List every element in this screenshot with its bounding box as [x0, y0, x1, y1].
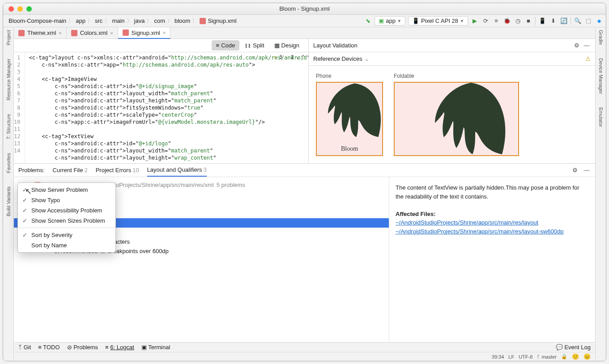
- tab-logcat[interactable]: ≡ 6: Logcat: [105, 344, 134, 351]
- search-icon[interactable]: 🔍: [574, 17, 582, 25]
- tab-theme[interactable]: Theme.xml×: [14, 27, 67, 38]
- menu-show-screen-sizes[interactable]: Show Screen Sizes Problem: [18, 216, 115, 226]
- rail-device-manager[interactable]: Device Manager: [598, 58, 604, 94]
- lock-icon[interactable]: 🔒: [561, 354, 567, 360]
- tab-colors[interactable]: Colors.xml×: [67, 27, 118, 38]
- problems-header: Problems:: [18, 167, 45, 174]
- device-label-phone: Phone: [316, 73, 383, 79]
- view-split[interactable]: ⫿⫿ Split: [240, 40, 268, 51]
- layout-validation-panel: Layout Validation ⚙ — Reference Devices …: [309, 39, 595, 163]
- account-icon[interactable]: ●: [595, 17, 603, 25]
- gear-icon[interactable]: ⚙: [571, 166, 579, 174]
- tab-terminal[interactable]: ▣ Terminal: [141, 344, 170, 351]
- file-tabs: Theme.xml× Colors.xml× Signup.xml×: [14, 27, 595, 39]
- rail-build-variants[interactable]: Build Variants: [6, 186, 11, 216]
- breadcrumb[interactable]: Bloom-Compose-main〉 app〉 src〉 main〉 java…: [6, 17, 237, 25]
- xml-file-icon: [123, 30, 129, 36]
- device-preview-phone[interactable]: Bloom: [316, 82, 383, 156]
- right-tool-rail: Gradle Device Manager Emulator: [595, 27, 606, 361]
- affected-file-link[interactable]: ~/AndroidStudioProjects/Shrine/app/src/m…: [396, 218, 589, 227]
- line-separator[interactable]: LF: [508, 354, 514, 360]
- inspection-summary[interactable]: ⚠3 ⚠1 ⌄ ⌃: [273, 54, 305, 60]
- tab-current-file[interactable]: Current File2: [53, 164, 88, 176]
- chevron-up-icon[interactable]: ⌃: [302, 54, 305, 60]
- menu-sort-name[interactable]: Sort by Name: [18, 240, 115, 250]
- status-bar: 39:34 LF UTF-8 ᚶ master 🔒 🙂 😐: [14, 352, 595, 361]
- line-gutter: 1234567891011121314: [14, 52, 25, 163]
- cursor-position[interactable]: 39:34: [492, 354, 504, 360]
- menu-show-server-problem[interactable]: Show Server Problem: [18, 185, 115, 195]
- stop-icon[interactable]: ■: [524, 17, 532, 25]
- view-design[interactable]: ▦ Design: [270, 40, 304, 51]
- panel-title: Layout Validation: [313, 42, 358, 49]
- minimize-icon[interactable]: —: [583, 166, 591, 174]
- bottom-tool-bar: ᛉ Git ≡ TODO ⊘ Problems ≡ 6: Logcat ▣ Te…: [14, 342, 595, 352]
- rail-resource-manager[interactable]: Resource Manager: [6, 59, 11, 101]
- window-title: Bloom - Signup.xml: [3, 5, 606, 12]
- weak-warning-icon: ⚠: [285, 54, 288, 60]
- tab-git[interactable]: ᛉ Git: [18, 344, 31, 351]
- minimize-icon[interactable]: —: [583, 42, 591, 50]
- debug-icon[interactable]: 🐞: [503, 17, 511, 25]
- gear-icon[interactable]: ⚙: [573, 42, 581, 50]
- inspector-smiley-icon[interactable]: 🙂: [572, 353, 579, 360]
- problems-list[interactable]: 👁 ⌄ Signup.xml ~/AndroidStudioProjects/S…: [14, 177, 389, 342]
- rail-structure[interactable]: 7: Structure: [6, 114, 11, 140]
- rail-project[interactable]: Project: [6, 30, 11, 45]
- rail-favorites[interactable]: Favorites: [6, 153, 11, 173]
- settings-icon[interactable]: ⬚: [584, 17, 592, 25]
- restart-activity-icon[interactable]: ≡: [492, 17, 500, 25]
- device-preview-foldable[interactable]: [394, 82, 519, 156]
- menu-show-typo[interactable]: Show Typo: [18, 195, 115, 205]
- git-branch[interactable]: ᚶ master: [537, 354, 557, 360]
- menu-sort-severity[interactable]: Sort by Severity: [18, 230, 115, 240]
- tab-todo[interactable]: ≡ TODO: [38, 344, 60, 351]
- titlebar: Bloom - Signup.xml: [3, 3, 606, 15]
- run-config-selector[interactable]: ▣ app ▼: [375, 16, 405, 25]
- menu-separator: [18, 228, 115, 228]
- rail-gradle[interactable]: Gradle: [598, 30, 604, 45]
- profiler-icon[interactable]: ◷: [514, 17, 522, 25]
- problem-detail: The content of TextView is partially hid…: [389, 177, 595, 342]
- chevron-down-icon[interactable]: ⌄: [364, 55, 369, 62]
- warning-icon: ⚠: [273, 54, 277, 60]
- warning-icon[interactable]: ⚠: [585, 55, 591, 62]
- menu-show-accessibility[interactable]: Show Accessibility Problem: [18, 205, 115, 216]
- preview-app-name: Bloom: [317, 145, 382, 152]
- device-label-foldable: Foldable: [394, 73, 519, 79]
- filter-context-menu: ↖ Show Server Problem Show Typo Show Acc…: [17, 182, 116, 253]
- tab-event-log[interactable]: 💬 Event Log: [556, 344, 591, 351]
- xml-file-icon: [200, 18, 206, 24]
- left-tool-rail: Project Resource Manager 7: Structure Fa…: [3, 27, 14, 361]
- tab-signup[interactable]: Signup.xml×: [118, 27, 171, 39]
- devices-dropdown[interactable]: Reference Devices: [313, 55, 362, 62]
- avd-icon[interactable]: 📱: [538, 17, 546, 25]
- sync-icon[interactable]: 🔄: [560, 17, 568, 25]
- problems-panel: Problems: Current File2 Project Errors10…: [14, 163, 595, 342]
- inspector-frown-icon[interactable]: 😐: [583, 353, 591, 360]
- view-mode-switch: ≡ Code ⫿⫿ Split ▦ Design: [14, 39, 308, 52]
- close-icon[interactable]: ×: [59, 30, 61, 36]
- tab-problems[interactable]: ⊘ Problems: [67, 344, 98, 351]
- close-icon[interactable]: ×: [163, 30, 166, 35]
- main-toolbar: Bloom-Compose-main〉 app〉 src〉 main〉 java…: [3, 15, 606, 27]
- close-icon[interactable]: ×: [110, 30, 113, 36]
- code-editor[interactable]: 1234567891011121314 <c-tag">layout c-ns"…: [14, 52, 308, 163]
- xml-file-icon: [71, 30, 77, 36]
- tab-project-errors[interactable]: Project Errors10: [96, 164, 139, 176]
- tab-layout-qualifiers[interactable]: Layout and Qualifiers3: [147, 164, 207, 177]
- mouse-cursor-icon: ↖: [25, 186, 32, 196]
- device-selector[interactable]: 📱 Pixel C API 28 ▼: [408, 16, 468, 25]
- file-encoding[interactable]: UTF-8: [519, 354, 532, 360]
- affected-file-link[interactable]: ~/AndroidStudioProjects/Shrine/app/src/m…: [396, 227, 589, 236]
- apply-changes-icon[interactable]: ⟳: [481, 17, 490, 25]
- run-button[interactable]: ▶: [471, 17, 479, 25]
- hammer-icon[interactable]: ⬊: [364, 17, 372, 25]
- view-code[interactable]: ≡ Code: [212, 40, 240, 51]
- xml-file-icon: [18, 30, 25, 36]
- rail-emulator[interactable]: Emulator: [598, 107, 604, 127]
- chevron-down-icon[interactable]: ⌄: [296, 54, 299, 60]
- sdk-icon[interactable]: ⬇: [549, 17, 557, 25]
